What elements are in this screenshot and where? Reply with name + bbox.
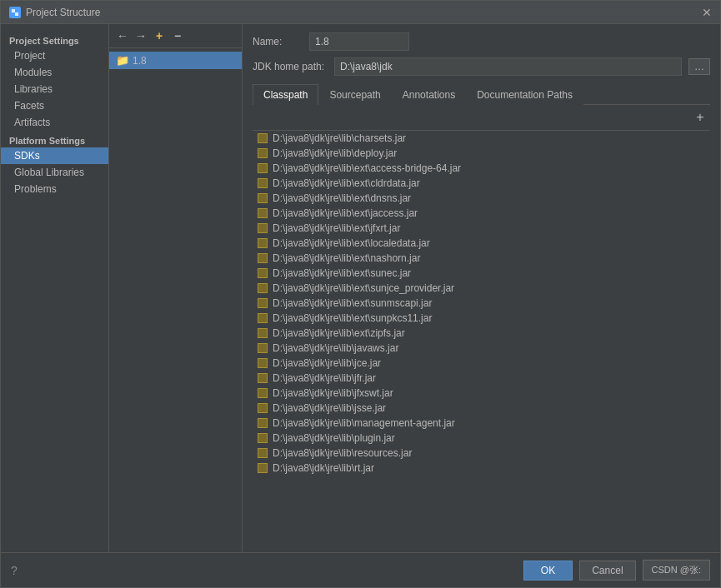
classpath-panel: + D:\java8\jdk\jre\lib\charsets.jarD:\ja… (253, 105, 710, 544)
footer: ? OK Cancel CSDN @张: (1, 552, 720, 587)
jar-icon (258, 403, 268, 413)
name-label: Name: (253, 36, 303, 47)
jar-icon (258, 463, 268, 473)
jar-icon (258, 418, 268, 428)
list-item[interactable]: D:\java8\jdk\jre\lib\management-agent.ja… (253, 416, 710, 431)
close-button[interactable]: ✕ (702, 7, 712, 18)
list-item[interactable]: D:\java8\jdk\jre\lib\ext\localedata.jar (253, 236, 710, 251)
title-bar-left: Project Structure (9, 7, 100, 18)
sidebar-item-global-libraries[interactable]: Global Libraries (1, 164, 108, 181)
list-item[interactable]: D:\java8\jdk\jre\lib\javaws.jar (253, 341, 710, 356)
jar-icon (258, 313, 268, 323)
jar-icon (258, 223, 268, 233)
name-row: Name: (253, 32, 710, 51)
sidebar-item-artifacts[interactable]: Artifacts (1, 114, 108, 131)
jar-icon (258, 268, 268, 278)
classpath-item-path: D:\java8\jdk\jre\lib\ext\jaccess.jar (273, 207, 418, 219)
list-item[interactable]: D:\java8\jdk\jre\lib\ext\sunpkcs11.jar (253, 311, 710, 326)
project-settings-label: Project Settings (1, 31, 108, 47)
help-icon[interactable]: ? (11, 564, 18, 577)
classpath-item-path: D:\java8\jdk\jre\lib\jfxswt.jar (273, 387, 393, 399)
list-item[interactable]: D:\java8\jdk\jre\lib\ext\nashorn.jar (253, 251, 710, 266)
jar-icon (258, 208, 268, 218)
project-structure-dialog: Project Structure ✕ Project Settings Pro… (0, 0, 721, 588)
main-content: Project Settings Project Modules Librari… (1, 24, 720, 552)
jar-icon (258, 328, 268, 338)
classpath-item-path: D:\java8\jdk\jre\lib\ext\cldrdata.jar (273, 177, 420, 189)
title-bar: Project Structure ✕ (1, 1, 720, 24)
jar-icon (258, 448, 268, 458)
list-item[interactable]: D:\java8\jdk\jre\lib\ext\sunec.jar (253, 266, 710, 281)
list-item[interactable]: D:\java8\jdk\jre\lib\jsse.jar (253, 401, 710, 416)
list-item[interactable]: D:\java8\jdk\jre\lib\ext\sunjce_provider… (253, 281, 710, 296)
jar-icon (258, 343, 268, 353)
list-item[interactable]: D:\java8\jdk\jre\lib\deploy.jar (253, 146, 710, 161)
right-panel: Name: JDK home path: … Classpath Sourcep… (243, 24, 720, 552)
classpath-item-path: D:\java8\jdk\jre\lib\jfr.jar (273, 372, 376, 384)
jar-icon (258, 238, 268, 248)
classpath-item-path: D:\java8\jdk\jre\lib\ext\dnsns.jar (273, 192, 411, 204)
sdk-list-panel: ← → + − 📁 1.8 (109, 24, 243, 552)
browse-button[interactable]: … (688, 58, 710, 75)
list-item[interactable]: D:\java8\jdk\jre\lib\jce.jar (253, 356, 710, 371)
list-item[interactable]: D:\java8\jdk\jre\lib\ext\sunmscapi.jar (253, 296, 710, 311)
tab-documentation-paths[interactable]: Documentation Paths (466, 84, 583, 105)
add-sdk-button[interactable]: + (151, 27, 168, 44)
add-classpath-button[interactable]: + (690, 107, 710, 127)
classpath-tabs: Classpath Sourcepath Annotations Documen… (253, 84, 710, 105)
list-item[interactable]: D:\java8\jdk\jre\lib\jfr.jar (253, 371, 710, 386)
classpath-item-path: D:\java8\jdk\jre\lib\ext\access-bridge-6… (273, 162, 461, 174)
svg-rect-0 (12, 9, 15, 12)
classpath-item-path: D:\java8\jdk\jre\lib\plugin.jar (273, 432, 395, 444)
sidebar-item-problems[interactable]: Problems (1, 181, 108, 197)
sidebar-item-facets[interactable]: Facets (1, 97, 108, 114)
tab-sourcepath[interactable]: Sourcepath (318, 84, 391, 105)
sidebar-item-project[interactable]: Project (1, 47, 108, 64)
jar-icon (258, 373, 268, 383)
jdk-path-input[interactable] (334, 57, 682, 76)
tab-annotations[interactable]: Annotations (392, 84, 466, 105)
ok-button[interactable]: OK (523, 561, 573, 581)
footer-buttons: OK Cancel CSDN @张: (523, 560, 710, 581)
csdn-button[interactable]: CSDN @张: (643, 560, 710, 581)
list-item[interactable]: D:\java8\jdk\jre\lib\charsets.jar (253, 131, 710, 146)
sidebar-item-libraries[interactable]: Libraries (1, 81, 108, 97)
name-input[interactable] (309, 32, 409, 51)
list-item[interactable]: D:\java8\jdk\jre\lib\ext\cldrdata.jar (253, 176, 710, 191)
sdk-item-18[interactable]: 📁 1.8 (109, 52, 242, 69)
list-item[interactable]: D:\java8\jdk\jre\lib\resources.jar (253, 446, 710, 461)
list-item[interactable]: D:\java8\jdk\jre\lib\rt.jar (253, 461, 710, 476)
list-item[interactable]: D:\java8\jdk\jre\lib\ext\jfxrt.jar (253, 221, 710, 236)
classpath-item-path: D:\java8\jdk\jre\lib\ext\zipfs.jar (273, 327, 405, 339)
cancel-button[interactable]: Cancel (579, 561, 635, 581)
classpath-item-path: D:\java8\jdk\jre\lib\rt.jar (273, 462, 374, 474)
jar-icon (258, 433, 268, 443)
remove-sdk-button[interactable]: − (169, 27, 186, 44)
classpath-item-path: D:\java8\jdk\jre\lib\ext\sunpkcs11.jar (273, 312, 432, 324)
svg-rect-1 (15, 12, 18, 16)
classpath-item-path: D:\java8\jdk\jre\lib\ext\nashorn.jar (273, 252, 420, 264)
classpath-item-path: D:\java8\jdk\jre\lib\ext\sunmscapi.jar (273, 297, 432, 309)
list-item[interactable]: D:\java8\jdk\jre\lib\ext\zipfs.jar (253, 326, 710, 341)
classpath-list[interactable]: D:\java8\jdk\jre\lib\charsets.jarD:\java… (253, 131, 710, 544)
tab-classpath[interactable]: Classpath (253, 84, 318, 105)
folder-icon: 📁 (116, 54, 129, 67)
list-item[interactable]: D:\java8\jdk\jre\lib\plugin.jar (253, 431, 710, 446)
sidebar-item-modules[interactable]: Modules (1, 64, 108, 81)
classpath-toolbar: + (253, 105, 710, 131)
list-item[interactable]: D:\java8\jdk\jre\lib\ext\access-bridge-6… (253, 161, 710, 176)
sidebar-item-sdks[interactable]: SDKs (1, 147, 108, 164)
sdk-version-label: 1.8 (133, 55, 147, 67)
classpath-item-path: D:\java8\jdk\jre\lib\jce.jar (273, 357, 381, 369)
nav-back-button[interactable]: ← (114, 27, 131, 44)
list-item[interactable]: D:\java8\jdk\jre\lib\ext\dnsns.jar (253, 191, 710, 206)
jar-icon (258, 178, 268, 188)
list-item[interactable]: D:\java8\jdk\jre\lib\jfxswt.jar (253, 386, 710, 401)
jar-icon (258, 163, 268, 173)
classpath-item-path: D:\java8\jdk\jre\lib\javaws.jar (273, 342, 398, 354)
sdk-toolbar: ← → + − (109, 24, 242, 48)
nav-forward-button[interactable]: → (133, 27, 149, 44)
jar-icon (258, 193, 268, 203)
jar-icon (258, 133, 268, 143)
list-item[interactable]: D:\java8\jdk\jre\lib\ext\jaccess.jar (253, 206, 710, 221)
